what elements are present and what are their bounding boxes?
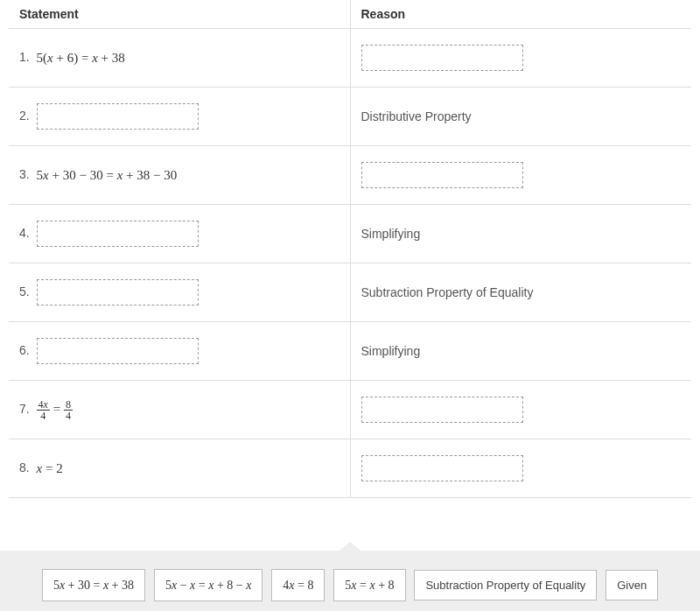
table-row: 8. x = 2 (9, 439, 691, 498)
answer-tile[interactable]: 5x − x = x + 8 − x (154, 569, 262, 601)
row-number: 1. (19, 50, 30, 64)
reason-drop-target[interactable] (361, 455, 523, 481)
header-reason: Reason (350, 0, 691, 29)
answer-tile[interactable]: Given (606, 570, 658, 600)
row-number: 5. (19, 284, 30, 298)
table-row: 6. Simplifying (9, 322, 691, 381)
table-row: 7. 4x4 = 84 (9, 381, 691, 439)
row-number: 7. (19, 402, 30, 416)
table-row: 1. 5(x + 6) = x + 38 (9, 29, 691, 88)
answer-tile[interactable]: 5x = x + 8 (333, 569, 405, 601)
reason-text: Distributive Property (361, 109, 472, 123)
statement-drop-target[interactable] (37, 103, 199, 130)
statement-drop-target[interactable] (37, 221, 199, 247)
statement-drop-target[interactable] (37, 279, 199, 306)
table-row: 5. Subtraction Property of Equality (9, 263, 691, 322)
row-number: 8. (19, 460, 30, 474)
row-number: 3. (19, 167, 30, 181)
reason-text: Subtraction Property of Equality (361, 285, 534, 299)
row-number: 6. (19, 343, 30, 357)
reason-drop-target[interactable] (361, 162, 523, 188)
proof-table: Statement Reason 1. 5(x + 6) = x + 38 2.… (9, 0, 691, 498)
row-number: 4. (19, 226, 30, 240)
row-number: 2. (19, 109, 30, 123)
statement-math: x = 2 (37, 461, 63, 476)
header-statement: Statement (9, 0, 350, 29)
statement-drop-target[interactable] (37, 338, 199, 364)
answer-bank: 5x + 30 = x + 38 5x − x = x + 8 − x 4x =… (0, 551, 700, 611)
table-row: 2. Distributive Property (9, 88, 691, 146)
table-row: 3. 5x + 30 − 30 = x + 38 − 30 (9, 146, 691, 205)
statement-math: 4x4 = 84 (37, 399, 73, 421)
answer-tile[interactable]: 4x = 8 (271, 569, 325, 601)
answer-tile[interactable]: 5x + 30 = x + 38 (42, 569, 145, 601)
reason-drop-target[interactable] (361, 45, 523, 71)
table-row: 4. Simplifying (9, 205, 691, 263)
reason-text: Simplifying (361, 227, 421, 241)
statement-math: 5(x + 6) = x + 38 (37, 51, 125, 66)
answer-tile[interactable]: Subtraction Property of Equality (414, 570, 597, 600)
reason-drop-target[interactable] (361, 397, 523, 423)
reason-text: Simplifying (361, 344, 421, 358)
statement-math: 5x + 30 − 30 = x + 38 − 30 (37, 168, 178, 183)
